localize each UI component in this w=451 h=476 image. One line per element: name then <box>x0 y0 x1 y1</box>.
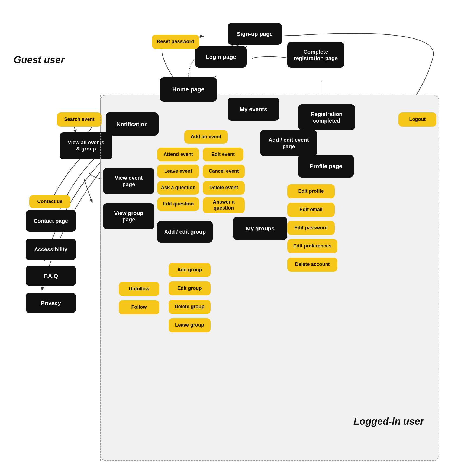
view-all-events-group-node[interactable]: View all events & group <box>60 132 112 159</box>
logged-in-user-label: Logged-in user <box>353 416 424 427</box>
guest-user-label: Guest user <box>14 54 65 66</box>
login-page-node[interactable]: Login page <box>195 46 247 68</box>
add-group-action[interactable]: Add group <box>169 263 211 277</box>
complete-registration-node[interactable]: Complete registration page <box>287 42 344 68</box>
delete-group-action[interactable]: Delete group <box>169 300 211 314</box>
answer-question-action[interactable]: Answer a question <box>203 197 245 213</box>
attend-event-action[interactable]: Attend event <box>157 148 199 161</box>
view-group-page-node[interactable]: View group page <box>103 203 154 229</box>
logout-action[interactable]: Logout <box>398 112 436 127</box>
delete-account-action[interactable]: Delete account <box>287 258 337 272</box>
registration-completed-node[interactable]: Registration completed <box>298 104 355 130</box>
edit-profile-action[interactable]: Edit profile <box>287 184 335 198</box>
faq-node[interactable]: F.A.Q <box>26 266 76 286</box>
my-events-node[interactable]: My events <box>228 98 279 121</box>
divider-line <box>100 95 101 461</box>
view-event-page-node[interactable]: View event page <box>103 168 154 194</box>
home-page-node[interactable]: Home page <box>160 77 217 102</box>
add-edit-group-node[interactable]: Add / edit group <box>157 221 213 243</box>
profile-page-node[interactable]: Profile page <box>298 155 354 178</box>
add-an-event-action[interactable]: Add an event <box>184 130 228 144</box>
unfollow-action[interactable]: Unfollow <box>119 282 159 296</box>
privacy-node[interactable]: Privacy <box>26 293 76 313</box>
edit-password-action[interactable]: Edit password <box>287 221 335 235</box>
edit-event-action[interactable]: Edit event <box>203 148 243 161</box>
edit-preferences-action[interactable]: Edit preferences <box>287 239 337 253</box>
leave-group-action[interactable]: Leave group <box>169 318 211 332</box>
reset-password-action[interactable]: Reset password <box>152 35 199 49</box>
cancel-event-action[interactable]: Cancel event <box>203 165 245 178</box>
contact-us-action[interactable]: Contact us <box>29 195 70 208</box>
edit-email-action[interactable]: Edit email <box>287 203 335 217</box>
accessibility-node[interactable]: Accessibility <box>26 239 76 260</box>
follow-action[interactable]: Follow <box>119 300 159 314</box>
search-event-action[interactable]: Search event <box>57 112 102 127</box>
notification-node[interactable]: Notification <box>106 112 159 136</box>
contact-page-node[interactable]: Contact page <box>26 210 76 232</box>
diagram-container: Guest user Logged-in user Sign-up page L… <box>0 0 451 476</box>
add-edit-event-node[interactable]: Add / edit event page <box>260 130 317 156</box>
ask-question-action[interactable]: Ask a question <box>157 181 199 195</box>
edit-question-action[interactable]: Edit question <box>157 197 199 211</box>
my-groups-node[interactable]: My groups <box>233 217 287 240</box>
delete-event-action[interactable]: Delete event <box>203 181 245 195</box>
leave-event-action[interactable]: Leave event <box>157 165 199 178</box>
edit-group-action[interactable]: Edit group <box>169 281 211 295</box>
signup-page-node[interactable]: Sign-up page <box>228 23 282 45</box>
